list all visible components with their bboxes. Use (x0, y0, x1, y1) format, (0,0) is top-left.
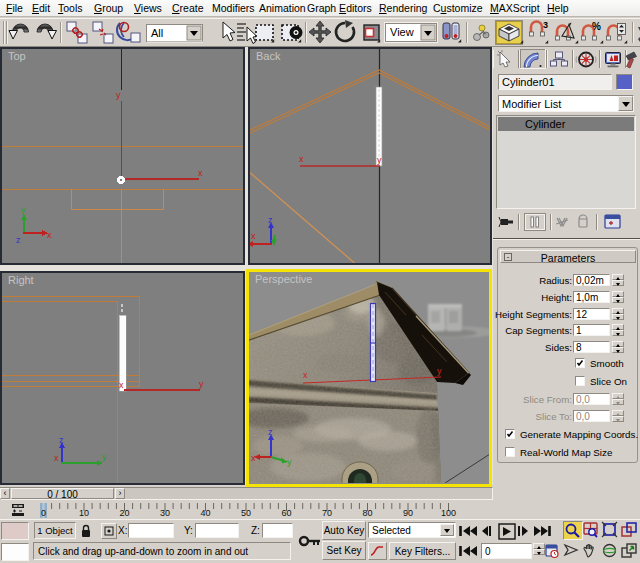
svg-text:y: y (21, 205, 26, 215)
svg-text:z: z (16, 235, 21, 245)
svg-text:View: View (390, 26, 414, 38)
svg-text:x: x (303, 370, 308, 380)
svg-text:y: y (437, 366, 442, 376)
svg-text:x: x (54, 453, 59, 463)
svg-text:x: x (299, 154, 304, 164)
svg-text:x: x (251, 231, 256, 241)
svg-text:z: z (268, 427, 273, 437)
svg-text:x: x (47, 230, 52, 240)
svg-text:3: 3 (543, 20, 548, 30)
svg-text:x: x (198, 168, 203, 178)
svg-text:z: z (268, 215, 273, 225)
svg-text:x: x (251, 453, 256, 463)
svg-text:y: y (116, 90, 121, 100)
svg-text:%: % (592, 21, 601, 32)
svg-text:y: y (287, 457, 292, 467)
svg-text:y: y (102, 452, 107, 462)
svg-text:y: y (199, 379, 204, 389)
svg-text:All: All (151, 27, 163, 39)
svg-text:z: z (59, 435, 64, 445)
svg-text:y: y (377, 155, 382, 165)
svg-text:x: x (119, 380, 124, 390)
